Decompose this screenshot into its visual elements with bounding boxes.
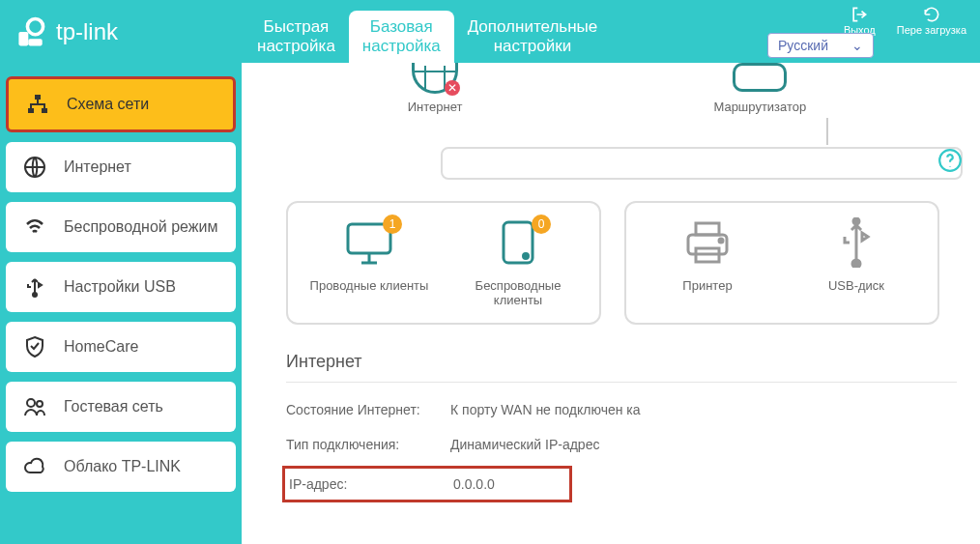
printer-icon — [682, 219, 733, 266]
section-title-internet: Интернет — [286, 352, 957, 372]
svg-rect-2 — [28, 39, 42, 45]
wired-count-badge: 1 — [383, 215, 402, 234]
info-row-conn-type: Тип подключения: Динамический IP-адрес — [286, 431, 957, 466]
topology-router[interactable]: Маршрутизатор — [713, 63, 806, 114]
device-grid: 1 Проводные клиенты 0 Беспроводные клиен… — [286, 201, 957, 325]
topology-internet[interactable]: ✕ Интернет — [408, 63, 463, 114]
brand-name: tp-link — [56, 18, 118, 45]
connector-line — [826, 118, 828, 145]
info-row-status: Состояние Интернет: К порту WAN не подкл… — [286, 396, 957, 431]
svg-rect-4 — [28, 108, 34, 113]
help-icon[interactable] — [937, 148, 963, 173]
shield-icon — [23, 335, 46, 358]
peripherals-group: Принтер USB-диск — [624, 201, 939, 325]
sidebar-item-wireless[interactable]: Беспроводной режим — [6, 202, 236, 252]
svg-point-17 — [719, 239, 723, 243]
tab-quick-setup[interactable]: Быстрая настройка — [244, 11, 349, 63]
sidebar-item-internet[interactable]: Интернет — [6, 142, 236, 192]
svg-rect-15 — [696, 223, 719, 235]
header-actions: Выход Пере загрузка — [844, 5, 966, 36]
svg-point-0 — [27, 18, 43, 34]
tab-bar: Быстрая настройка Базовая настройка Допо… — [244, 0, 611, 63]
sidebar-item-cloud[interactable]: Облако TP-LINK — [6, 442, 236, 492]
tab-basic-setup[interactable]: Базовая настройка — [349, 11, 454, 63]
clients-group: 1 Проводные клиенты 0 Беспроводные клиен… — [286, 201, 601, 325]
svg-point-9 — [37, 401, 43, 407]
guests-icon — [23, 395, 46, 418]
sidebar-item-network-map[interactable]: Схема сети — [6, 76, 236, 132]
tplink-logo-icon — [14, 14, 48, 49]
svg-point-19 — [853, 218, 859, 224]
wired-clients-card[interactable]: 1 Проводные клиенты — [302, 216, 437, 307]
svg-rect-5 — [42, 108, 47, 113]
svg-point-18 — [852, 260, 860, 268]
wireless-clients-card[interactable]: 0 Беспроводные клиенты — [450, 216, 586, 307]
tab-advanced-setup[interactable]: Дополнительные настройки — [454, 11, 612, 63]
info-row-ip-address: IP-адрес: 0.0.0.0 — [282, 466, 572, 502]
router-icon — [733, 63, 787, 92]
logout-button[interactable]: Выход — [844, 5, 876, 36]
header: tp-link Быстрая настройка Базовая настро… — [0, 0, 980, 63]
cloud-icon — [23, 455, 46, 478]
reload-icon — [922, 5, 941, 24]
error-badge-icon: ✕ — [445, 80, 460, 96]
reload-button[interactable]: Пере загрузка — [897, 5, 966, 36]
sidebar-item-usb[interactable]: Настройки USB — [6, 262, 236, 312]
divider — [286, 382, 957, 383]
logout-icon — [850, 5, 869, 24]
chevron-down-icon: ⌄ — [851, 38, 863, 53]
svg-point-13 — [524, 254, 529, 259]
sidebar: Схема сети Интернет Беспроводной режим Н… — [0, 63, 242, 544]
sidebar-item-homecare[interactable]: HomeCare — [6, 322, 236, 372]
globe-icon — [23, 156, 46, 179]
wifi-icon — [23, 215, 46, 239]
brand-logo: tp-link — [14, 14, 118, 49]
topology-top-row: ✕ Интернет Маршрутизатор — [286, 63, 957, 114]
svg-rect-1 — [18, 32, 28, 45]
usb-disk-card[interactable]: USB-диск — [789, 216, 924, 307]
content-area: ✕ Интернет Маршрутизатор 1 Проводные кли… — [242, 63, 980, 544]
printer-card[interactable]: Принтер — [640, 216, 775, 307]
network-map-icon — [26, 93, 49, 116]
wireless-count-badge: 0 — [532, 215, 551, 234]
language-select[interactable]: Русский ⌄ — [767, 33, 874, 58]
usb-icon — [23, 275, 46, 299]
svg-point-8 — [27, 399, 35, 407]
sidebar-item-guest[interactable]: Гостевая сеть — [6, 382, 236, 432]
usb-disk-icon — [840, 217, 873, 268]
connector-box — [441, 147, 963, 180]
svg-rect-3 — [35, 95, 41, 100]
internet-broken-icon: ✕ — [412, 63, 458, 94]
